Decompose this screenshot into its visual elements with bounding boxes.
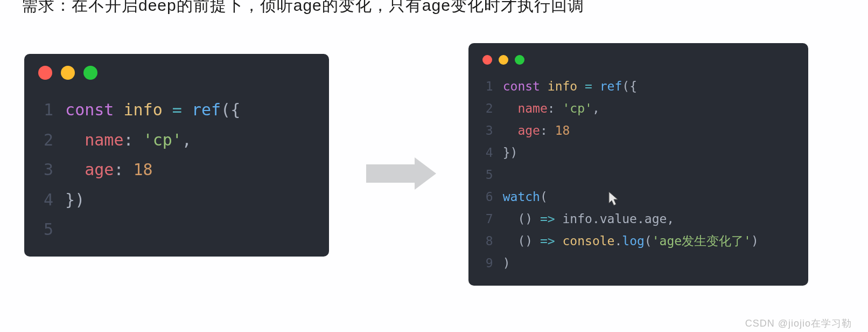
code-token: ({	[622, 75, 637, 98]
line-number: 2	[34, 125, 53, 155]
code-token: })	[65, 185, 85, 215]
code-token: })	[503, 142, 518, 164]
code-token	[592, 75, 600, 98]
line-number: 9	[478, 252, 493, 274]
maximize-icon	[83, 66, 97, 80]
code-token: :	[114, 155, 133, 185]
code-line: 5	[478, 164, 793, 186]
code-token: age	[85, 155, 114, 185]
code-token: ({	[221, 95, 240, 125]
code-line: 4})	[478, 142, 793, 164]
code-token	[114, 95, 123, 125]
code-token: info	[123, 95, 162, 125]
code-line: 1const info = ref({	[478, 75, 793, 98]
code-token: ref	[192, 95, 221, 125]
code-token: .	[614, 230, 622, 252]
code-token: info	[548, 75, 577, 98]
code-token: 18	[555, 120, 570, 142]
code-token: const	[503, 75, 540, 98]
code-token: log	[622, 230, 645, 252]
code-token: :	[123, 125, 143, 155]
code-token: ()	[503, 230, 540, 252]
minimize-icon	[61, 66, 75, 80]
line-number: 5	[478, 164, 493, 186]
code-block-before: 1const info = ref({2 name: 'cp',3 age: 1…	[24, 54, 329, 257]
line-number: 2	[478, 98, 493, 120]
code-token: :	[548, 98, 563, 120]
code-token	[65, 125, 85, 155]
code-line: 5	[34, 215, 314, 245]
code-line: 8 () => console.log('age发生变化了')	[478, 230, 793, 252]
close-icon	[482, 55, 492, 65]
code-line: 1const info = ref({	[34, 95, 314, 125]
line-number: 7	[478, 208, 493, 230]
code-token	[577, 75, 585, 98]
watermark-text: CSDN @jiojio在学习勒	[745, 317, 852, 330]
code-token: age	[517, 120, 540, 142]
code-token	[163, 95, 172, 125]
code-token: (	[540, 186, 548, 208]
code-token	[503, 98, 518, 120]
code-token	[503, 120, 518, 142]
code-token: ()	[503, 208, 540, 230]
code-token: =>	[540, 230, 555, 252]
code-line: 4})	[34, 185, 314, 215]
code-lines-right: 1const info = ref({2 name: 'cp',3 age: 1…	[478, 75, 793, 274]
code-token: name	[517, 98, 547, 120]
code-line: 2 name: 'cp',	[478, 98, 793, 120]
window-controls	[482, 55, 793, 65]
code-token: 18	[134, 155, 153, 185]
line-number: 4	[478, 142, 493, 164]
line-number: 5	[34, 215, 53, 245]
line-number: 1	[34, 95, 53, 125]
code-lines-left: 1const info = ref({2 name: 'cp',3 age: 1…	[34, 95, 314, 245]
code-token	[503, 164, 510, 186]
window-controls	[38, 66, 314, 80]
code-line: 3 age: 18	[478, 120, 793, 142]
code-token	[65, 215, 75, 245]
arrow-right-icon	[366, 164, 436, 190]
code-token: (	[645, 230, 652, 252]
close-icon	[38, 66, 52, 80]
code-token: 'age发生变化了'	[652, 230, 751, 252]
code-block-after: 1const info = ref({2 name: 'cp',3 age: 1…	[468, 43, 808, 286]
code-token: =	[172, 95, 182, 125]
line-number: 4	[34, 185, 53, 215]
code-token: watch	[503, 186, 540, 208]
code-token: ,	[182, 125, 192, 155]
code-line: 7 () => info.value.age,	[478, 208, 793, 230]
code-line: 6watch(	[478, 186, 793, 208]
line-number: 6	[478, 186, 493, 208]
minimize-icon	[499, 55, 508, 65]
line-number: 3	[34, 155, 53, 185]
requirement-heading: 需求：在不开启deep的前提下，侦听age的变化，只有age变化时才执行回调	[22, 0, 584, 17]
code-line: 3 age: 18	[34, 155, 314, 185]
line-number: 3	[478, 120, 493, 142]
code-token: :	[540, 120, 555, 142]
maximize-icon	[515, 55, 524, 65]
code-token: ref	[600, 75, 622, 98]
code-line: 9)	[478, 252, 793, 274]
line-number: 1	[478, 75, 493, 98]
code-token	[555, 230, 563, 252]
code-token: )	[503, 252, 510, 274]
code-token: =	[585, 75, 592, 98]
code-token: 'cp'	[143, 125, 182, 155]
mouse-cursor-icon	[608, 191, 619, 206]
code-token: 'cp'	[562, 98, 592, 120]
line-number: 8	[478, 230, 493, 252]
code-token: const	[65, 95, 114, 125]
code-token	[65, 155, 85, 185]
code-token: =>	[540, 208, 555, 230]
code-token	[540, 75, 548, 98]
code-token: ,	[592, 98, 600, 120]
code-token: )	[751, 230, 759, 252]
code-token: info.value.age,	[555, 208, 675, 230]
code-token: console	[563, 230, 615, 252]
code-line: 2 name: 'cp',	[34, 125, 314, 155]
code-token	[182, 95, 192, 125]
code-token: name	[85, 125, 123, 155]
